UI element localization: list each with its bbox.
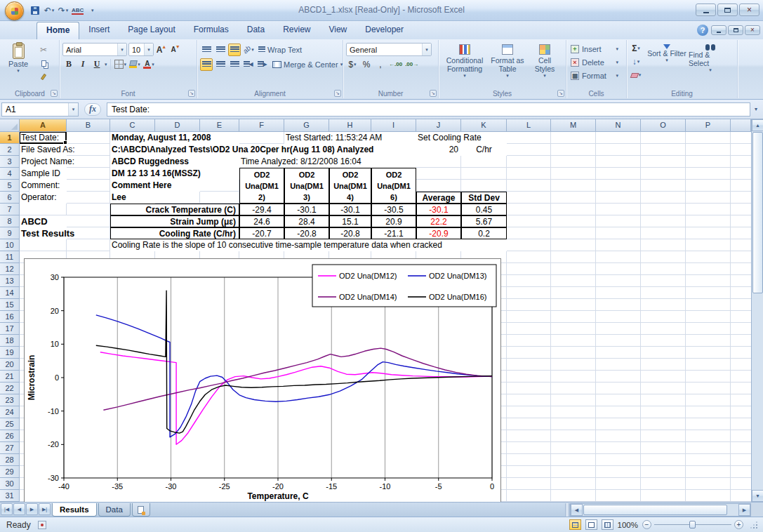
workbook-restore-button[interactable]	[728, 25, 743, 35]
cell-G7[interactable]: -30.1	[284, 204, 329, 215]
cell-K2[interactable]: C/hr	[461, 144, 507, 156]
maximize-button[interactable]	[717, 4, 738, 16]
cell-J6[interactable]: Average	[416, 192, 461, 204]
row-header-30[interactable]: 30	[0, 478, 20, 490]
row-header-24[interactable]: 24	[0, 406, 20, 418]
next-sheet-button[interactable]: ▶	[26, 503, 38, 515]
column-header-L[interactable]: L	[507, 119, 551, 132]
cell-C8[interactable]: Strain Jump (με)	[110, 215, 239, 227]
column-header-P[interactable]: P	[686, 119, 731, 132]
sheet-tab-results[interactable]: Results	[52, 503, 97, 517]
font-color-button[interactable]: A ▾	[142, 58, 155, 71]
find-select-button[interactable]: Find & Select ▾	[689, 42, 732, 88]
cell-F3[interactable]: Time Analyzed: 8/12/2008 16:04	[239, 156, 416, 168]
increase-decimal-button[interactable]: ←.00	[388, 58, 403, 71]
number-format-select[interactable]: General ▾	[346, 43, 432, 56]
decrease-indent-button[interactable]: ◀	[242, 58, 255, 71]
format-cells-button[interactable]: ▦ Format ▾	[569, 69, 620, 82]
row-header-29[interactable]: 29	[0, 466, 20, 478]
clipboard-dialog-launcher[interactable]: ↘	[51, 90, 58, 97]
cell-I4[interactable]: OD2 Una(DM1 6)	[371, 168, 416, 204]
row-header-11[interactable]: 11	[0, 251, 20, 263]
ribbon-tab-page-layout[interactable]: Page Layout	[119, 21, 184, 39]
comma-style-button[interactable]: ,	[374, 58, 387, 71]
align-center-button[interactable]	[214, 58, 227, 71]
row-header-18[interactable]: 18	[0, 335, 20, 347]
column-header-D[interactable]: D	[155, 119, 200, 132]
help-button[interactable]: ?	[697, 25, 708, 36]
row-header-3[interactable]: 3	[0, 156, 20, 168]
cell-A9[interactable]: Test Results	[20, 227, 67, 239]
cell-K8[interactable]: 5.67	[461, 215, 507, 227]
percent-style-button[interactable]: %	[360, 58, 373, 71]
grow-font-button[interactable]: A▲	[155, 44, 168, 56]
cell-K6[interactable]: Std Dev	[461, 192, 507, 204]
row-header-12[interactable]: 12	[0, 263, 20, 275]
row-header-2[interactable]: 2	[0, 144, 20, 156]
row-header-1[interactable]: 1	[0, 132, 20, 144]
cell-F4[interactable]: OD2 Una(DM1 2)	[239, 168, 284, 204]
borders-button[interactable]: ▾	[114, 58, 128, 71]
insert-cells-button[interactable]: + Insert ▾	[569, 42, 620, 55]
row-header-23[interactable]: 23	[0, 394, 20, 406]
underline-button[interactable]: U	[91, 58, 103, 71]
scroll-up-button[interactable]: ▲	[752, 119, 763, 131]
ribbon-tab-home[interactable]: Home	[37, 22, 79, 39]
last-sheet-button[interactable]: ▶|	[39, 503, 51, 515]
column-header-K[interactable]: K	[461, 119, 507, 132]
first-sheet-button[interactable]: |◀	[1, 503, 13, 515]
zoom-slider[interactable]: − +	[642, 520, 743, 529]
column-header-G[interactable]: G	[284, 119, 329, 132]
number-dialog-launcher[interactable]: ↘	[430, 90, 437, 97]
align-right-button[interactable]	[228, 58, 241, 71]
ribbon-tab-insert[interactable]: Insert	[79, 21, 119, 39]
cell-G1[interactable]: Test Started: 11:53:24 AM	[284, 132, 416, 144]
scroll-right-button[interactable]: ▶	[738, 504, 750, 516]
cell-J9[interactable]: -20.9	[416, 227, 461, 239]
row-header-31[interactable]: 31	[0, 490, 20, 502]
delete-cells-button[interactable]: × Delete ▾	[569, 55, 620, 69]
scroll-left-button[interactable]: ◀	[571, 504, 583, 516]
horizontal-scroll-thumb[interactable]	[583, 505, 727, 515]
cell-K7[interactable]: 0.45	[461, 204, 507, 215]
shrink-font-button[interactable]: A▼	[169, 44, 182, 56]
row-header-16[interactable]: 16	[0, 311, 20, 323]
zoom-thumb[interactable]	[689, 521, 696, 528]
cell-H4[interactable]: OD2 Una(DM1 4)	[329, 168, 371, 204]
name-box[interactable]: A1 ▾	[1, 102, 79, 117]
cell-C1[interactable]: Monday, August 11, 2008	[110, 132, 239, 144]
merge-center-button[interactable]: Merge & Center ▾	[270, 58, 345, 71]
cell-C10[interactable]: Cooling Rate is the slope of 10 consecut…	[110, 239, 507, 251]
horizontal-scrollbar[interactable]: ◀ ▶	[570, 503, 751, 517]
cell-C5[interactable]: Comment Here	[110, 180, 200, 192]
page-break-preview-button[interactable]	[602, 519, 613, 530]
row-header-28[interactable]: 28	[0, 454, 20, 466]
active-cell-selection[interactable]	[20, 132, 67, 144]
column-header-B[interactable]: B	[67, 119, 110, 132]
resize-grip[interactable]	[749, 520, 759, 530]
row-header-9[interactable]: 9	[0, 227, 20, 239]
cell-G8[interactable]: 28.4	[284, 215, 329, 227]
conditional-formatting-button[interactable]: Conditional Formatting ▾	[442, 42, 488, 88]
row-header-20[interactable]: 20	[0, 359, 20, 371]
cell-A4[interactable]: Sample ID	[20, 168, 67, 180]
cell-C9[interactable]: Cooling Rate (C/hr)	[110, 227, 239, 239]
align-top-button[interactable]	[200, 44, 213, 56]
cell-A2[interactable]: File Saved As:	[20, 144, 67, 156]
workbook-close-button[interactable]: ×	[745, 25, 760, 35]
cell-I7[interactable]: -30.5	[371, 204, 416, 215]
column-header-I[interactable]: I	[371, 119, 416, 132]
select-all-corner[interactable]	[0, 119, 20, 132]
bold-button[interactable]: B	[62, 58, 75, 71]
ribbon-tab-formulas[interactable]: Formulas	[185, 21, 238, 39]
row-header-14[interactable]: 14	[0, 287, 20, 299]
column-header-O[interactable]: O	[641, 119, 686, 132]
column-header-C[interactable]: C	[110, 119, 155, 132]
row-header-21[interactable]: 21	[0, 371, 20, 383]
cell-A3[interactable]: Project Name:	[20, 156, 67, 168]
page-layout-view-button[interactable]	[585, 519, 597, 530]
cell-H9[interactable]: -20.8	[329, 227, 371, 239]
scroll-down-button[interactable]: ▼	[752, 490, 763, 502]
row-header-5[interactable]: 5	[0, 180, 20, 192]
increase-indent-button[interactable]: ▶	[256, 58, 269, 71]
